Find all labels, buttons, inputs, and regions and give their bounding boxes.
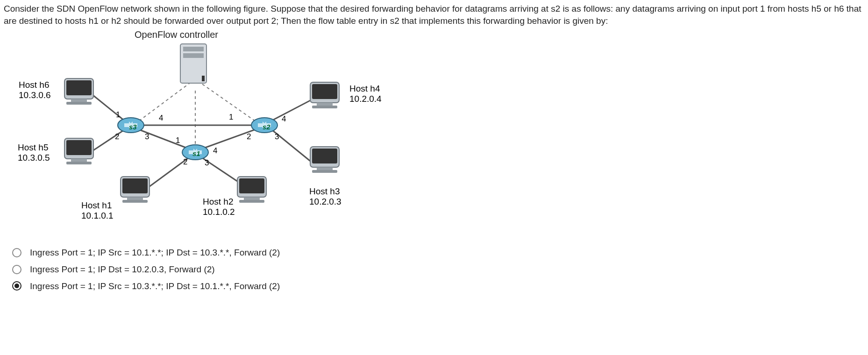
svg-text:s3: s3 <box>129 123 137 131</box>
radio-icon <box>12 281 21 291</box>
network-figure: OpenFlow controller <box>4 28 864 242</box>
svg-text:10.3.0.5: 10.3.0.5 <box>18 153 50 163</box>
svg-text:4: 4 <box>282 114 286 123</box>
option-1[interactable]: Ingress Port = 1; IP Src = 10.1.*.*; IP … <box>12 247 864 259</box>
svg-rect-19 <box>183 53 204 58</box>
svg-text:Host h6: Host h6 <box>19 80 49 90</box>
network-svg: s3 s2 s1 1 2 3 4 1 2 3 4 1 2 3 4 Host h6… <box>13 41 396 237</box>
svg-text:4: 4 <box>159 114 163 122</box>
option-2[interactable]: Ingress Port = 1; IP Dst = 10.2.0.3, For… <box>12 263 864 276</box>
svg-text:Host h5: Host h5 <box>18 142 48 152</box>
svg-text:1: 1 <box>116 110 120 119</box>
svg-text:10.1.0.2: 10.1.0.2 <box>203 207 235 217</box>
controller-label: OpenFlow controller <box>13 28 864 41</box>
option-3[interactable]: Ingress Port = 1; IP Src = 10.3.*.*; IP … <box>12 280 864 292</box>
svg-text:2: 2 <box>183 157 187 166</box>
svg-text:s2: s2 <box>263 123 270 131</box>
svg-rect-18 <box>183 47 204 51</box>
svg-text:1: 1 <box>229 113 233 121</box>
svg-text:3: 3 <box>205 158 209 167</box>
svg-text:10.1.0.1: 10.1.0.1 <box>81 211 114 220</box>
svg-text:2: 2 <box>115 132 119 141</box>
controller-icon <box>180 44 206 83</box>
svg-text:2: 2 <box>247 132 251 141</box>
radio-icon <box>12 248 21 257</box>
svg-rect-20 <box>202 76 205 81</box>
svg-text:4: 4 <box>213 146 217 155</box>
question-text: Consider the SDN OpenFlow network shown … <box>4 3 864 27</box>
svg-text:s1: s1 <box>192 149 200 157</box>
svg-text:10.3.0.6: 10.3.0.6 <box>19 90 51 100</box>
svg-text:10.2.0.4: 10.2.0.4 <box>349 94 382 104</box>
svg-text:1: 1 <box>176 136 180 145</box>
radio-icon <box>12 265 21 274</box>
svg-text:3: 3 <box>275 132 279 141</box>
answer-options: Ingress Port = 1; IP Src = 10.1.*.*; IP … <box>4 247 864 292</box>
option-label: Ingress Port = 1; IP Src = 10.1.*.*; IP … <box>30 247 280 259</box>
svg-text:Host h1: Host h1 <box>81 200 112 210</box>
svg-text:10.2.0.3: 10.2.0.3 <box>309 197 342 206</box>
svg-text:Host h2: Host h2 <box>203 197 233 206</box>
option-label: Ingress Port = 1; IP Dst = 10.2.0.3, For… <box>30 263 215 276</box>
svg-text:Host h4: Host h4 <box>349 84 380 93</box>
svg-text:3: 3 <box>145 132 149 141</box>
svg-line-12 <box>92 130 124 151</box>
option-label: Ingress Port = 1; IP Src = 10.3.*.*; IP … <box>30 280 280 292</box>
svg-line-13 <box>272 99 312 121</box>
svg-text:Host h3: Host h3 <box>309 186 340 196</box>
